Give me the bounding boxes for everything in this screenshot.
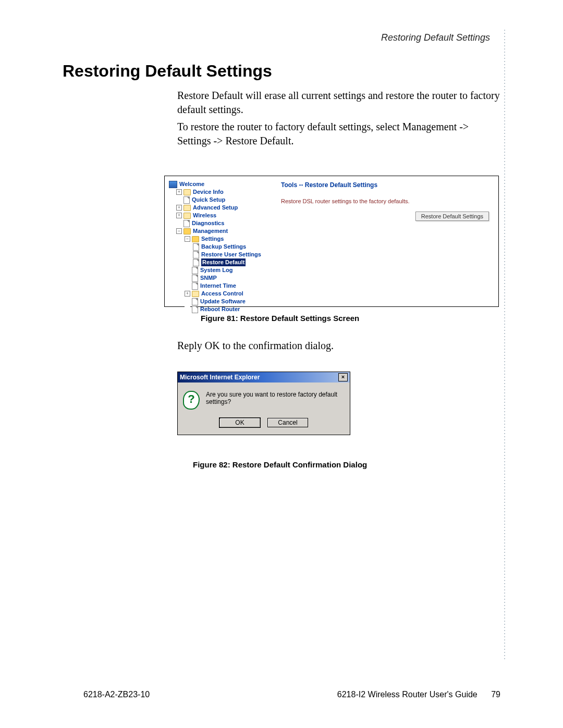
folder-icon [183,205,191,211]
page-icon [192,282,198,290]
tree-quick-setup[interactable]: Quick Setup [169,196,276,204]
footer-doc-id: 6218-A2-ZB23-10 [83,690,150,699]
tree-system-log[interactable]: System Log [169,266,276,274]
collapse-icon[interactable]: − [176,228,182,234]
page-icon [183,196,190,204]
page-icon [193,251,199,258]
tree-diagnostics[interactable]: Diagnostics [169,219,276,227]
spacer [176,220,182,226]
tree-internet-time[interactable]: Internet Time [169,282,276,290]
footer-guide-title: 6218-I2 Wireless Router User's Guide [337,690,478,699]
confirmation-dialog: Microsoft Internet Explorer × ? Are you … [177,372,350,435]
tree-label: SNMP [200,274,217,282]
tree-snmp[interactable]: SNMP [169,274,276,282]
tree-label: Access Control [201,290,243,298]
expand-icon[interactable]: + [185,291,190,297]
page-title: Restoring Default Settings [63,61,272,81]
tree-advanced-setup[interactable]: + Advanced Setup [169,204,276,212]
spacer [185,275,190,281]
page-icon [192,267,198,274]
close-icon[interactable]: × [338,373,348,381]
running-head: Restoring Default Settings [381,32,490,43]
expand-icon[interactable]: + [176,213,182,218]
page-number: 79 [491,690,500,699]
content-description: Restore DSL router settings to the facto… [281,198,493,204]
tree-label: Internet Time [200,282,236,290]
page-icon [193,259,199,266]
expand-icon[interactable]: + [176,189,182,195]
tree-label: Wireless [193,212,216,219]
tree-restore-user-settings[interactable]: Restore User Settings [169,251,276,258]
body-paragraph-1: Restore Default will erase all current s… [177,89,500,117]
folder-icon [192,291,199,297]
figure-81-caption: Figure 81: Restore Default Settings Scre… [201,314,359,323]
body-paragraph-3: Reply OK to the confirmation dialog. [177,339,500,353]
tree-wireless[interactable]: + Wireless [169,212,276,219]
spacer [185,267,190,273]
spacer [176,197,182,203]
dialog-title-text: Microsoft Internet Explorer [180,374,260,381]
tree-management[interactable]: − Management [169,227,276,235]
expand-icon[interactable]: + [176,205,182,211]
tree-label: Management [193,227,228,235]
tree-label: Diagnostics [192,219,224,227]
page-icon [193,243,199,251]
nav-tree: Welcome + Device Info Quick Setup + Adva… [165,176,278,306]
page-icon [192,306,198,313]
tree-label: Restore User Settings [201,251,261,258]
tree-label-selected: Restore Default [201,258,246,266]
tree-update-software[interactable]: Update Software [169,298,276,305]
tree-label: System Log [200,266,232,274]
page-footer: 6218-A2-ZB23-10 6218-I2 Wireless Router … [83,690,500,699]
tree-backup-settings[interactable]: Backup Settings [169,243,276,251]
figure-82-caption: Figure 82: Restore Default Confirmation … [193,460,367,469]
restore-default-screenshot: Welcome + Device Info Quick Setup + Adva… [164,176,499,307]
page-icon [183,220,190,227]
ok-button[interactable]: OK [219,418,260,427]
tree-device-info[interactable]: + Device Info [169,188,276,196]
collapse-icon[interactable]: − [185,236,190,242]
page-dotted-rule [504,29,506,659]
spacer [185,283,190,289]
welcome-icon [169,181,177,188]
tree-settings[interactable]: − Settings [169,235,276,243]
folder-icon [183,213,191,219]
tree-access-control[interactable]: + Access Control [169,290,276,298]
spacer [185,306,190,312]
tree-welcome[interactable]: Welcome [169,180,276,188]
tree-reboot-router[interactable]: Reboot Router [169,305,276,313]
folder-open-icon [192,236,199,242]
body-paragraph-2: To restore the router to factory default… [177,120,500,148]
tree-label: Advanced Setup [193,204,238,212]
tree-label: Device Info [193,188,224,196]
dialog-titlebar: Microsoft Internet Explorer × [178,372,350,382]
spacer [185,299,190,304]
tree-label: Backup Settings [201,243,246,251]
dialog-message: Are you sure you want to restore factory… [206,391,345,405]
folder-open-icon [183,228,191,235]
restore-default-settings-button[interactable]: Restore Default Settings [415,212,489,221]
tree-label: Reboot Router [200,305,240,313]
content-title: Tools -- Restore Default Settings [281,181,493,189]
tree-label: Settings [201,235,224,243]
tree-label: Welcome [179,180,204,188]
content-pane: Tools -- Restore Default Settings Restor… [278,176,498,306]
question-icon: ? [183,391,200,410]
tree-label: Quick Setup [192,196,225,204]
tree-restore-default[interactable]: Restore Default [169,258,276,266]
page-icon [192,298,198,305]
tree-label: Update Software [200,298,246,305]
folder-icon [183,189,191,195]
page-icon [192,275,198,282]
cancel-button[interactable]: Cancel [267,418,308,427]
